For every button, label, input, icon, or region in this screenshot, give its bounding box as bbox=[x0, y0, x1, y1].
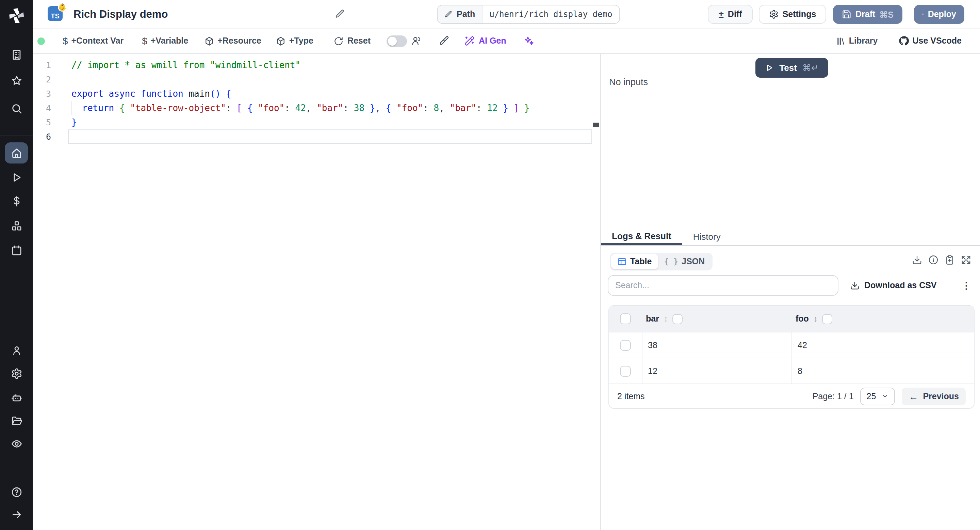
add-resource-button[interactable]: +Resource bbox=[204, 36, 261, 46]
page-size-select[interactable]: 25 bbox=[861, 387, 895, 405]
select-all-checkbox[interactable] bbox=[620, 313, 631, 324]
dollar-icon: $ bbox=[63, 35, 68, 46]
sidebar-item-search[interactable] bbox=[0, 103, 33, 115]
library-button[interactable]: Library bbox=[835, 36, 878, 46]
tab-history[interactable]: History bbox=[682, 228, 732, 245]
draft-shortcut: ⌘S bbox=[879, 9, 894, 19]
code-editor[interactable]: 123456 // import * as wmill from "windmi… bbox=[33, 54, 600, 530]
search-input[interactable] bbox=[608, 275, 838, 296]
play-icon bbox=[765, 63, 774, 72]
collaborators-icon[interactable] bbox=[411, 35, 422, 46]
sidebar-item-favorites[interactable] bbox=[0, 75, 33, 86]
no-inputs-label: No inputs bbox=[609, 77, 648, 87]
table-cell: 12 bbox=[642, 358, 791, 383]
code-line[interactable] bbox=[72, 129, 530, 144]
top-bar: TS 👶 Rich Display demo Path u/henri/rich… bbox=[33, 0, 980, 29]
dollar-icon: $ bbox=[142, 35, 147, 46]
line-number: 5 bbox=[33, 115, 51, 129]
info-icon[interactable] bbox=[928, 255, 939, 265]
windmill-logo-icon[interactable] bbox=[0, 7, 33, 24]
column-header-bar[interactable]: bar bbox=[646, 314, 659, 324]
sidebar-item-folders[interactable] bbox=[0, 415, 33, 426]
table-cell: 38 bbox=[642, 332, 791, 358]
copy-to-clipboard-icon[interactable] bbox=[945, 255, 955, 265]
cmd-key-icon: ⌘ bbox=[802, 63, 811, 73]
table-row: 3842 bbox=[609, 332, 974, 358]
add-variable-button[interactable]: $ +Variable bbox=[142, 35, 188, 46]
sidebar-item-help[interactable] bbox=[0, 486, 33, 498]
table-body: 3842128 bbox=[609, 332, 974, 383]
fullscreen-icon[interactable] bbox=[961, 255, 971, 265]
package-icon bbox=[275, 36, 286, 46]
test-button[interactable]: Test ⌘↵ bbox=[756, 58, 828, 78]
code-line[interactable]: return { "table-row-object": [ { "foo": … bbox=[72, 101, 530, 115]
sidebar-item-variables[interactable] bbox=[0, 196, 33, 207]
view-toggle-table[interactable]: Table bbox=[611, 254, 658, 269]
deploy-button[interactable]: Deploy bbox=[914, 5, 964, 24]
enter-key-icon: ↵ bbox=[811, 63, 819, 73]
ai-gen-button[interactable]: AI Gen bbox=[465, 35, 506, 46]
typescript-icon: TS 👶 bbox=[48, 6, 64, 22]
row-checkbox[interactable] bbox=[620, 340, 631, 351]
previous-page-button[interactable]: ← Previous bbox=[902, 387, 966, 405]
github-icon bbox=[898, 35, 909, 46]
sidebar-item-audit-logs[interactable] bbox=[0, 438, 33, 450]
edit-title-pencil-icon[interactable] bbox=[335, 9, 345, 19]
main-area: TS 👶 Rich Display demo Path u/henri/rich… bbox=[33, 0, 980, 530]
code-line[interactable]: export async function main() { bbox=[72, 86, 530, 101]
path-label-segment: Path bbox=[438, 5, 482, 23]
table-controls: Download as CSV ⋮ bbox=[608, 275, 974, 296]
library-icon bbox=[835, 36, 846, 46]
magic-wand-icon bbox=[465, 35, 476, 46]
line-number: 3 bbox=[33, 86, 51, 101]
sort-icon[interactable]: ↕ bbox=[664, 314, 668, 324]
reset-button[interactable]: Reset bbox=[334, 36, 371, 46]
assistant-toggle[interactable] bbox=[387, 35, 407, 47]
diff-button[interactable]: ± Diff bbox=[708, 5, 753, 24]
sidebar-item-users[interactable] bbox=[0, 345, 33, 356]
sidebar-expand-icon[interactable] bbox=[0, 509, 33, 520]
column-toggle-checkbox[interactable] bbox=[673, 314, 683, 324]
code-content[interactable]: // import * as wmill from "windmill-clie… bbox=[72, 58, 530, 144]
sidebar-item-workspace[interactable] bbox=[0, 49, 33, 61]
download-result-icon[interactable] bbox=[912, 255, 922, 265]
sidebar-item-workers[interactable] bbox=[0, 392, 33, 403]
settings-button[interactable]: Settings bbox=[759, 5, 826, 24]
plus-minus-icon: ± bbox=[718, 9, 724, 20]
script-emoji-badge: 👶 bbox=[58, 3, 67, 11]
download-csv-button[interactable]: Download as CSV bbox=[850, 281, 937, 290]
sidebar-item-home[interactable] bbox=[5, 142, 28, 163]
code-line[interactable]: // import * as wmill from "windmill-clie… bbox=[72, 58, 530, 72]
code-line[interactable]: } bbox=[72, 115, 530, 129]
table-cell: 8 bbox=[791, 358, 974, 383]
draft-button[interactable]: Draft ⌘S bbox=[833, 5, 902, 24]
line-number: 1 bbox=[33, 58, 51, 72]
scrollbar-marker[interactable] bbox=[593, 123, 599, 127]
format-brush-icon[interactable] bbox=[439, 35, 450, 46]
add-type-button[interactable]: +Type bbox=[275, 36, 313, 46]
table-icon bbox=[617, 257, 627, 267]
use-vscode-button[interactable]: Use VScode bbox=[898, 35, 962, 46]
code-line[interactable] bbox=[72, 72, 530, 86]
tab-logs-result[interactable]: Logs & Result bbox=[601, 228, 682, 245]
result-table: bar ↕ foo ↕ 3842128 2 items Page: 1 / 1 bbox=[608, 305, 975, 409]
column-toggle-checkbox[interactable] bbox=[822, 314, 833, 324]
sidebar-item-settings[interactable] bbox=[0, 368, 33, 380]
path-field[interactable]: Path u/henri/rich_display_demo bbox=[437, 5, 620, 24]
sparkles-icon[interactable] bbox=[523, 35, 534, 46]
table-cell: 42 bbox=[791, 332, 974, 358]
right-panel: Test ⌘↵ No inputs Logs & Result History … bbox=[600, 54, 980, 530]
add-context-var-button[interactable]: $ +Context Var bbox=[63, 35, 124, 46]
kebab-menu-icon[interactable]: ⋮ bbox=[959, 280, 974, 291]
view-toggle-json[interactable]: { } JSON bbox=[658, 254, 711, 269]
column-header-foo[interactable]: foo bbox=[795, 314, 809, 324]
sidebar-item-runs[interactable] bbox=[0, 172, 33, 183]
sidebar-item-resources[interactable] bbox=[0, 220, 33, 231]
row-checkbox[interactable] bbox=[620, 366, 631, 377]
table-header: bar ↕ foo ↕ bbox=[609, 306, 974, 332]
save-icon bbox=[842, 10, 851, 19]
line-number: 4 bbox=[33, 101, 51, 115]
line-number: 2 bbox=[33, 72, 51, 86]
sort-icon[interactable]: ↕ bbox=[814, 314, 818, 324]
sidebar-item-schedules[interactable] bbox=[0, 244, 33, 256]
